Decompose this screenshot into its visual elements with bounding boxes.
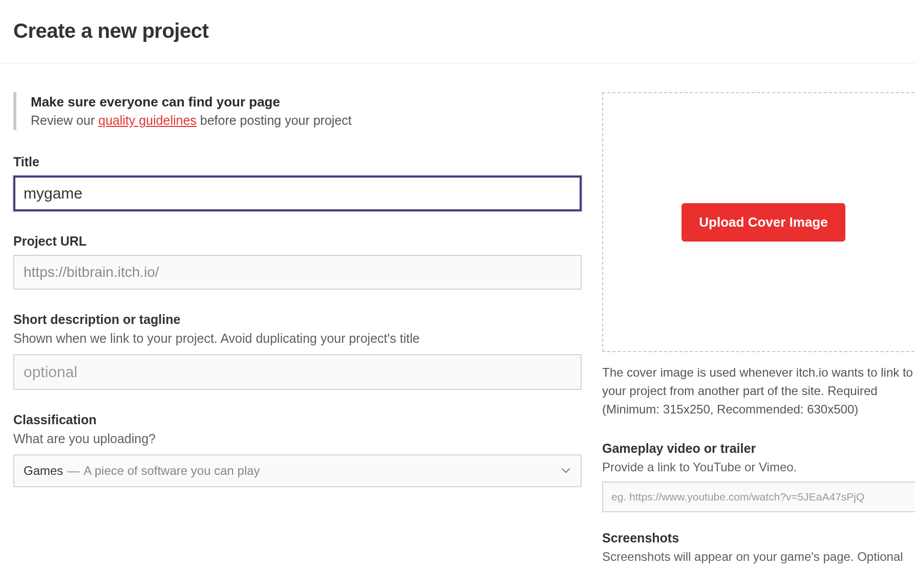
video-label: Gameplay video or trailer [602, 441, 915, 456]
title-field: Title [13, 155, 582, 211]
notice-suffix: before posting your project [197, 113, 352, 127]
content-area: Make sure everyone can find your page Re… [0, 63, 915, 571]
short-description-field: Short description or tagline Shown when … [13, 312, 582, 390]
classification-select[interactable]: Games — A piece of software you can play [13, 454, 582, 487]
notice-subtext: Review our quality guidelines before pos… [31, 113, 582, 128]
upload-cover-button[interactable]: Upload Cover Image [682, 203, 845, 242]
cover-image-dropzone[interactable]: Upload Cover Image [602, 92, 915, 352]
video-section: Gameplay video or trailer Provide a link… [602, 441, 915, 512]
video-hint: Provide a link to YouTube or Vimeo. [602, 460, 915, 474]
classification-selected-sub: A piece of software you can play [83, 464, 260, 478]
title-input[interactable] [13, 176, 582, 211]
classification-field: Classification What are you uploading? G… [13, 412, 582, 487]
screenshots-label: Screenshots [602, 531, 915, 546]
chevron-down-icon [561, 468, 570, 474]
project-url-label: Project URL [13, 234, 582, 249]
classification-dash: — [67, 464, 79, 478]
title-label: Title [13, 155, 582, 169]
classification-label: Classification [13, 412, 582, 427]
short-description-input[interactable] [13, 354, 582, 390]
cover-image-description: The cover image is used whenever itch.io… [602, 363, 915, 419]
project-url-input[interactable] [13, 255, 582, 290]
classification-selected-main: Games [24, 464, 63, 478]
short-description-hint: Shown when we link to your project. Avoi… [13, 331, 582, 346]
classification-hint: What are you uploading? [13, 431, 582, 446]
video-url-input[interactable] [602, 482, 915, 512]
page-title: Create a new project [13, 19, 902, 42]
project-url-field: Project URL [13, 234, 582, 290]
notice-prefix: Review our [31, 113, 98, 127]
quality-guidelines-link[interactable]: quality guidelines [98, 113, 197, 127]
short-description-label: Short description or tagline [13, 312, 582, 327]
right-column: Upload Cover Image The cover image is us… [602, 92, 915, 571]
screenshots-hint: Screenshots will appear on your game's p… [602, 550, 915, 564]
page-header: Create a new project [0, 0, 915, 63]
screenshots-section: Screenshots Screenshots will appear on y… [602, 531, 915, 564]
notice-heading: Make sure everyone can find your page [31, 94, 582, 110]
quality-notice: Make sure everyone can find your page Re… [13, 92, 582, 130]
left-column: Make sure everyone can find your page Re… [13, 92, 582, 571]
